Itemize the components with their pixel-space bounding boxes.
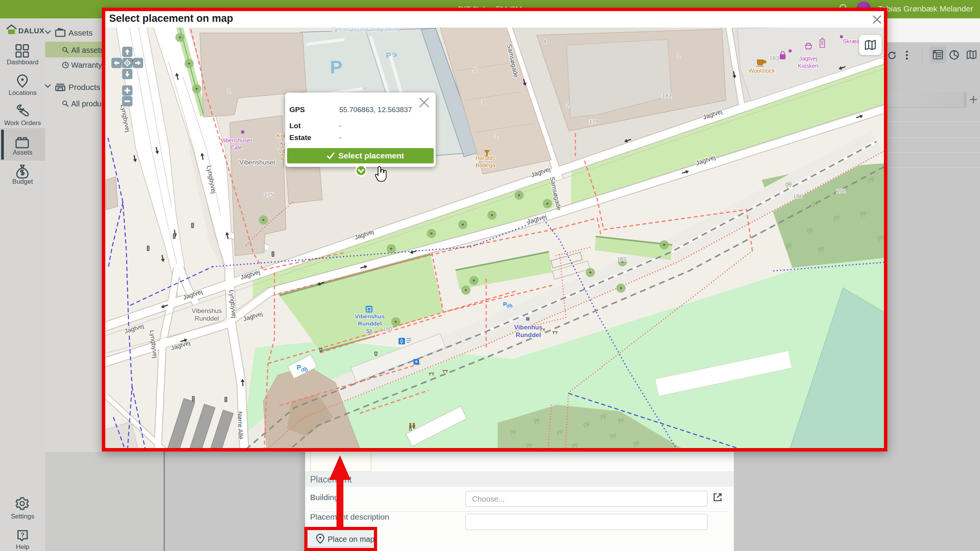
svg-text:Runddel: Runddel	[194, 315, 219, 322]
svg-text:St.: St.	[366, 328, 374, 334]
svg-text:DALUX: DALUX	[18, 27, 44, 35]
svg-text:Vibenshus: Vibenshus	[355, 313, 385, 320]
svg-text:175: 175	[264, 191, 273, 198]
svg-text:5: 5	[473, 67, 476, 73]
svg-text:Dehani royard and parking: Dehani royard and parking	[332, 28, 400, 33]
svg-text:Woolstock: Woolstock	[749, 67, 775, 74]
svg-text:1: 1	[495, 132, 498, 139]
svg-text:182: 182	[617, 256, 626, 262]
svg-text:?: ?	[21, 532, 24, 538]
svg-text:2: 2	[566, 102, 569, 109]
svg-text:Vibenhus: Vibenhus	[514, 324, 542, 331]
svg-text:Cafe: Cafe	[230, 144, 242, 151]
svg-text:P: P	[330, 57, 342, 77]
svg-text:P: P	[503, 301, 507, 307]
svg-text:4: 4	[543, 38, 546, 45]
svg-text:3: 3	[482, 98, 485, 105]
svg-text:Runddel: Runddel	[358, 320, 382, 327]
svg-text:179: 179	[589, 118, 598, 125]
svg-text:1: 1	[677, 52, 680, 59]
svg-text:Vibenshuset: Vibenshuset	[239, 159, 275, 166]
svg-text:186: 186	[793, 193, 802, 199]
svg-text:188: 188	[836, 187, 846, 194]
svg-text:183: 183	[769, 55, 779, 61]
svg-text:Jagtvej: Jagtvej	[799, 55, 817, 62]
svg-text:P: P	[386, 51, 391, 60]
svg-text:Nørre Allé: Nørre Allé	[237, 411, 245, 440]
svg-text:Haralds: Haralds	[475, 155, 495, 161]
svg-text:180: 180	[382, 326, 392, 332]
svg-text:Kiosken: Kiosken	[798, 62, 818, 69]
svg-text:2: 2	[227, 88, 230, 94]
svg-text:Vibenshuset: Vibenshuset	[220, 137, 252, 143]
svg-text:181: 181	[662, 92, 671, 99]
svg-text:Bodega: Bodega	[475, 162, 495, 168]
svg-text:Vibenshus: Vibenshus	[191, 307, 222, 315]
svg-text:P: P	[297, 364, 301, 371]
svg-text:Runddel: Runddel	[516, 331, 541, 338]
